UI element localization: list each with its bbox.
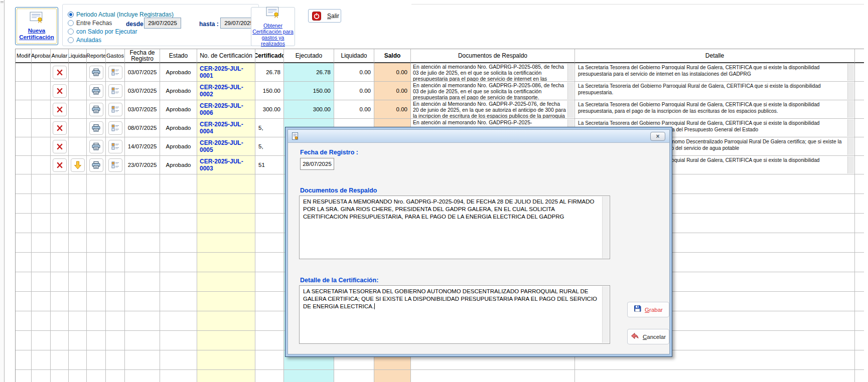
liquidar-cell bbox=[69, 63, 87, 82]
gastos-button[interactable] bbox=[108, 84, 122, 98]
aprobar-cell bbox=[32, 119, 51, 137]
filter-radio-3[interactable]: Anuladas bbox=[68, 36, 101, 44]
reporte-print-button[interactable] bbox=[89, 158, 103, 172]
reporte-print-button[interactable] bbox=[89, 121, 103, 135]
gastos-button[interactable] bbox=[108, 66, 122, 79]
detalle-certificacion-textarea[interactable]: LA SECRETARIA TESORERA DEL GOBIERNO AUTO… bbox=[299, 285, 610, 344]
empty-cell bbox=[160, 311, 197, 331]
collapsed-side-panel[interactable] bbox=[0, 0, 5, 382]
empty-cell bbox=[255, 214, 284, 233]
filter-radio-2[interactable]: con Saldo por Ejecutar bbox=[68, 28, 137, 35]
anular-button[interactable] bbox=[53, 103, 67, 116]
grabar-button[interactable]: Grabar bbox=[627, 302, 669, 317]
radio-icon[interactable] bbox=[68, 29, 74, 35]
filter-radio-1[interactable]: Entre Fechas bbox=[68, 19, 112, 27]
empty-cell bbox=[125, 194, 160, 214]
empty-cell bbox=[16, 370, 32, 382]
cell-scrollbar[interactable] bbox=[847, 101, 854, 118]
grabar-label: Grabar bbox=[645, 307, 663, 313]
cell-scrollbar[interactable] bbox=[847, 82, 854, 99]
gastos-button[interactable] bbox=[108, 158, 122, 172]
anular-button[interactable] bbox=[53, 66, 67, 79]
empty-cell bbox=[51, 233, 69, 253]
textarea-scrollbar[interactable] bbox=[602, 197, 609, 258]
cell-scrollbar[interactable] bbox=[847, 64, 854, 81]
radio-icon[interactable] bbox=[68, 20, 74, 26]
dialog-close-button[interactable]: × bbox=[650, 132, 665, 141]
reporte-print-button[interactable] bbox=[89, 66, 103, 79]
printer-icon bbox=[92, 69, 100, 76]
documentos-text: En atención al memorando Nro. GADPRG-P-2… bbox=[411, 119, 574, 127]
reporte-print-button[interactable] bbox=[89, 84, 103, 98]
filter-radio-0[interactable]: Periodo Actual (Incluye Registradas) bbox=[68, 11, 174, 18]
empty-cell bbox=[32, 194, 51, 214]
radio-icon[interactable] bbox=[68, 37, 74, 43]
empty-cell bbox=[51, 194, 69, 214]
gastos-icon bbox=[111, 161, 119, 168]
detalle-cell: La Secretaria Tesoreria del Gobierno Par… bbox=[575, 82, 855, 100]
desde-date-input[interactable]: 29/07/2025 bbox=[144, 18, 181, 29]
detalle-text: La Secretaria Tesorera del Gobierno Parr… bbox=[575, 100, 854, 115]
certification-number-link[interactable]: CER-2025-JUL-0006 bbox=[197, 100, 255, 119]
empty-cell bbox=[51, 331, 69, 350]
anular-button[interactable] bbox=[53, 140, 67, 153]
cell-scrollbar[interactable] bbox=[847, 138, 854, 155]
certificado-cell: 5, bbox=[255, 137, 284, 156]
fecha-registro-cell: 08/07/2025 bbox=[125, 119, 160, 137]
empty-cell bbox=[125, 174, 160, 194]
empty-cell bbox=[87, 233, 106, 253]
extra-cell bbox=[855, 82, 864, 100]
gastos-button[interactable] bbox=[108, 140, 122, 153]
empty-cell bbox=[160, 233, 197, 253]
radio-selected-icon[interactable] bbox=[68, 12, 74, 18]
cell-scrollbar[interactable] bbox=[847, 156, 854, 173]
empty-cell bbox=[16, 272, 32, 292]
cell-scrollbar[interactable] bbox=[847, 119, 854, 136]
empty-cell bbox=[255, 194, 284, 214]
printer-icon bbox=[92, 106, 100, 113]
printer-icon bbox=[92, 124, 100, 132]
certification-number-link[interactable]: CER-2025-JUL-0005 bbox=[197, 137, 255, 156]
empty-cell bbox=[160, 194, 197, 214]
reporte-print-button[interactable] bbox=[89, 140, 103, 153]
cell-scrollbar[interactable] bbox=[567, 101, 574, 118]
anular-button[interactable] bbox=[53, 121, 67, 135]
anular-button[interactable] bbox=[53, 84, 67, 98]
certification-number-link[interactable]: CER-2025-JUL-0001 bbox=[197, 63, 255, 82]
anular-button[interactable] bbox=[53, 158, 67, 172]
certification-number-link[interactable]: CER-2025-JUL-0003 bbox=[197, 156, 255, 174]
fecha-registro-input[interactable]: 28/07/2025 bbox=[300, 158, 334, 170]
cell-scrollbar[interactable] bbox=[567, 64, 574, 81]
dialog-titlebar[interactable]: × bbox=[288, 130, 669, 143]
empty-cell bbox=[255, 272, 284, 292]
table-row: 03/07/2025AprobadoCER-2025-JUL-0002150.0… bbox=[16, 82, 864, 100]
gastos-button[interactable] bbox=[108, 103, 122, 116]
anular-cell bbox=[51, 119, 69, 137]
empty-cell bbox=[51, 350, 69, 370]
reporte-print-button[interactable] bbox=[89, 103, 103, 116]
documentos-respaldo-textarea[interactable]: EN RESPUESTA A MEMORANDO Nro. GADPRG-P-2… bbox=[299, 196, 610, 259]
certification-number-link[interactable]: CER-2025-JUL-0002 bbox=[197, 82, 255, 100]
empty-cell bbox=[69, 214, 87, 233]
printer-icon bbox=[92, 143, 100, 150]
cancel-arrow-icon-button[interactable]: Cancelar bbox=[627, 329, 669, 344]
filter-radio-label: con Saldo por Ejecutar bbox=[76, 28, 137, 35]
cell-scrollbar[interactable] bbox=[567, 82, 574, 99]
obtener-certificacion-button[interactable]: Obtener Certificación para gastos ya rea… bbox=[251, 7, 295, 46]
empty-table-row bbox=[16, 370, 864, 382]
empty-cell bbox=[125, 350, 160, 370]
estado-cell: Aprobado bbox=[160, 63, 197, 82]
empty-cell bbox=[125, 253, 160, 272]
column-header-liquidado: Liquidado bbox=[334, 49, 374, 63]
salir-button[interactable]: Salir bbox=[308, 9, 341, 23]
gastos-button[interactable] bbox=[108, 121, 122, 135]
reporte-cell bbox=[87, 119, 106, 137]
certification-number-link[interactable]: CER-2025-JUL-0004 bbox=[197, 119, 255, 137]
obtener-certificacion-label: Obtener Certificación para gastos ya rea… bbox=[251, 23, 295, 47]
empty-cell bbox=[87, 272, 106, 292]
empty-cell bbox=[87, 370, 106, 382]
textarea-scrollbar[interactable] bbox=[602, 286, 609, 343]
nueva-certificacion-button[interactable]: Nueva Certificación bbox=[15, 7, 58, 45]
gastos-cell bbox=[106, 100, 125, 119]
liquidar-button[interactable] bbox=[71, 158, 85, 172]
